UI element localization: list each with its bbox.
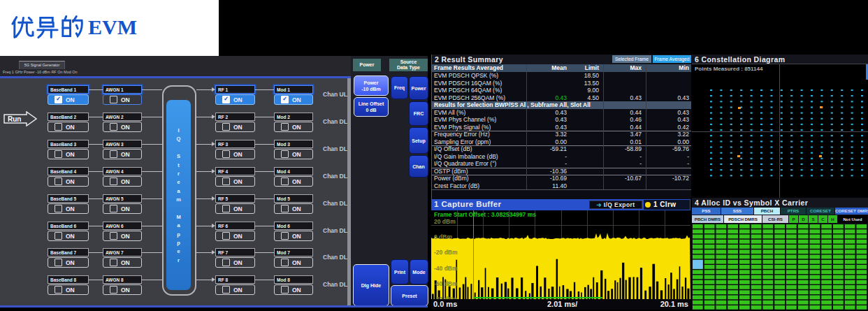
baseband-block-3[interactable]: BaseBand 3 [48, 140, 89, 148]
baseband-checkbox-1[interactable]: ✓ [55, 96, 62, 103]
awgn-block-4[interactable]: AWGN 4 [103, 167, 142, 175]
chan-button[interactable]: Chan [409, 155, 428, 178]
rf-block-3[interactable]: RF 3 [215, 140, 255, 148]
mod-block-5[interactable]: Mod 5 [274, 194, 313, 203]
mod-checkbox-6[interactable] [281, 232, 289, 240]
preset-button[interactable]: Preset [391, 285, 428, 306]
baseband-on-toggle-2[interactable]: ON [48, 122, 89, 132]
mod-checkbox-1[interactable]: ✓ [281, 96, 289, 103]
mod-checkbox-5[interactable] [281, 205, 289, 212]
baseband-block-4[interactable]: BaseBand 4 [48, 167, 89, 175]
awgn-block-2[interactable]: AWGN 2 [103, 113, 142, 121]
awgn-checkbox-3[interactable] [110, 150, 117, 158]
awgn-on-toggle-1[interactable]: ON [103, 94, 142, 105]
mod-checkbox-8[interactable] [281, 286, 289, 294]
baseband-on-toggle-6[interactable]: ON [48, 231, 89, 241]
rf-on-toggle-4[interactable]: ON [215, 176, 255, 187]
awgn-on-toggle-7[interactable]: ON [103, 257, 142, 268]
awgn-checkbox-5[interactable] [110, 205, 117, 212]
mod-on-toggle-5[interactable]: ON [274, 203, 313, 214]
generator-tab[interactable]: 5G Signal Generator [19, 61, 65, 69]
mod-block-6[interactable]: Mod 6 [274, 222, 313, 230]
baseband-on-toggle-8[interactable]: ON [48, 284, 89, 295]
alloc-id-title[interactable]: 4 Alloc ID vs Symbol X Carrier [692, 198, 868, 208]
tag-selected-frame[interactable]: Selected Frame [612, 55, 651, 63]
awgn-block-1[interactable]: AWGN 1 [103, 85, 142, 94]
awgn-on-toggle-3[interactable]: ON [103, 149, 142, 159]
baseband-checkbox-3[interactable] [55, 150, 62, 158]
trace-indicator[interactable]: 1 Clrw [644, 200, 690, 210]
mod-on-toggle-3[interactable]: ON [274, 149, 313, 159]
awgn-checkbox-8[interactable] [110, 286, 117, 294]
mod-checkbox-3[interactable] [281, 150, 289, 158]
mod-on-toggle-2[interactable]: ON [274, 122, 313, 132]
baseband-block-2[interactable]: BaseBand 2 [48, 113, 89, 121]
awgn-checkbox-1[interactable] [110, 96, 117, 103]
rf-checkbox-6[interactable] [222, 232, 230, 240]
awgn-block-7[interactable]: AWGN 7 [103, 248, 142, 256]
rf-block-7[interactable]: RF 7 [215, 248, 255, 256]
rf-block-5[interactable]: RF 5 [215, 194, 255, 203]
awgn-checkbox-7[interactable] [110, 259, 117, 266]
rf-block-4[interactable]: RF 4 [215, 167, 255, 175]
baseband-block-7[interactable]: BaseBand 7 [48, 248, 89, 256]
mod-block-3[interactable]: Mod 3 [274, 140, 313, 148]
mod-on-toggle-7[interactable]: ON [274, 257, 313, 268]
rf-checkbox-2[interactable] [222, 123, 230, 131]
rf-on-toggle-2[interactable]: ON [215, 122, 255, 132]
awgn-block-5[interactable]: AWGN 5 [103, 194, 142, 203]
awgn-on-toggle-6[interactable]: ON [103, 231, 142, 241]
mod-checkbox-2[interactable] [281, 123, 289, 131]
mod-on-toggle-6[interactable]: ON [274, 231, 313, 241]
awgn-checkbox-4[interactable] [110, 178, 117, 185]
baseband-block-6[interactable]: BaseBand 6 [48, 222, 89, 230]
frc-button[interactable]: FRC [409, 101, 428, 126]
rf-block-1[interactable]: RF 1 [215, 85, 255, 94]
rf-on-toggle-6[interactable]: ON [215, 231, 255, 241]
baseband-block-1[interactable]: BaseBand 1 [48, 85, 89, 94]
rf-on-toggle-5[interactable]: ON [215, 203, 255, 214]
baseband-checkbox-8[interactable] [55, 286, 62, 294]
iq-export-button[interactable]: ➔ I/Q Export [589, 201, 642, 209]
line-offset-button[interactable]: Line Offset0 dB [354, 97, 389, 117]
mod-block-7[interactable]: Mod 7 [274, 248, 313, 256]
mod-block-8[interactable]: Mod 8 [274, 275, 313, 284]
rf-checkbox-5[interactable] [222, 205, 230, 212]
awgn-checkbox-6[interactable] [110, 232, 117, 240]
mod-block-1[interactable]: Mod 1 [274, 85, 313, 94]
baseband-on-toggle-5[interactable]: ON [48, 203, 89, 214]
rf-block-8[interactable]: RF 8 [215, 275, 255, 284]
awgn-on-toggle-5[interactable]: ON [103, 203, 142, 214]
print-button[interactable]: Print [391, 259, 409, 284]
mod-block-4[interactable]: Mod 4 [274, 167, 313, 175]
tag-frame-averaged[interactable]: Frame Averaged [653, 55, 691, 63]
baseband-block-8[interactable]: BaseBand 8 [48, 275, 89, 284]
rf-checkbox-3[interactable] [222, 150, 230, 158]
rf-checkbox-4[interactable] [222, 178, 230, 185]
baseband-checkbox-5[interactable] [55, 205, 62, 212]
mode-button[interactable]: Mode [410, 259, 428, 284]
baseband-checkbox-6[interactable] [55, 232, 62, 240]
baseband-on-toggle-3[interactable]: ON [48, 149, 89, 159]
run-button[interactable]: Run [3, 111, 37, 126]
rf-checkbox-8[interactable] [222, 286, 230, 294]
rf-on-toggle-3[interactable]: ON [215, 149, 255, 159]
rf-on-toggle-8[interactable]: ON [215, 284, 255, 295]
awgn-block-8[interactable]: AWGN 8 [103, 275, 142, 284]
rf-on-toggle-1[interactable]: ✓ON [215, 94, 255, 105]
rf-checkbox-1[interactable]: ✓ [222, 96, 230, 103]
baseband-on-toggle-7[interactable]: ON [48, 257, 89, 268]
baseband-on-toggle-4[interactable]: ON [48, 176, 89, 187]
awgn-on-toggle-4[interactable]: ON [103, 176, 142, 187]
awgn-on-toggle-2[interactable]: ON [103, 122, 142, 132]
mod-block-2[interactable]: Mod 2 [274, 113, 313, 121]
baseband-on-toggle-1[interactable]: ✓ON [48, 94, 89, 105]
mod-on-toggle-8[interactable]: ON [274, 284, 313, 295]
capture-buffer-titlebar[interactable]: 1 Capture Buffer ➔ I/Q Export 1 Clrw [431, 199, 690, 210]
mod-on-toggle-4[interactable]: ON [274, 176, 313, 187]
awgn-checkbox-2[interactable] [110, 123, 117, 131]
rf-block-2[interactable]: RF 2 [215, 113, 255, 121]
setup-button[interactable]: Setup [409, 127, 428, 154]
awgn-block-3[interactable]: AWGN 3 [103, 140, 142, 148]
rf-checkbox-7[interactable] [222, 259, 230, 266]
